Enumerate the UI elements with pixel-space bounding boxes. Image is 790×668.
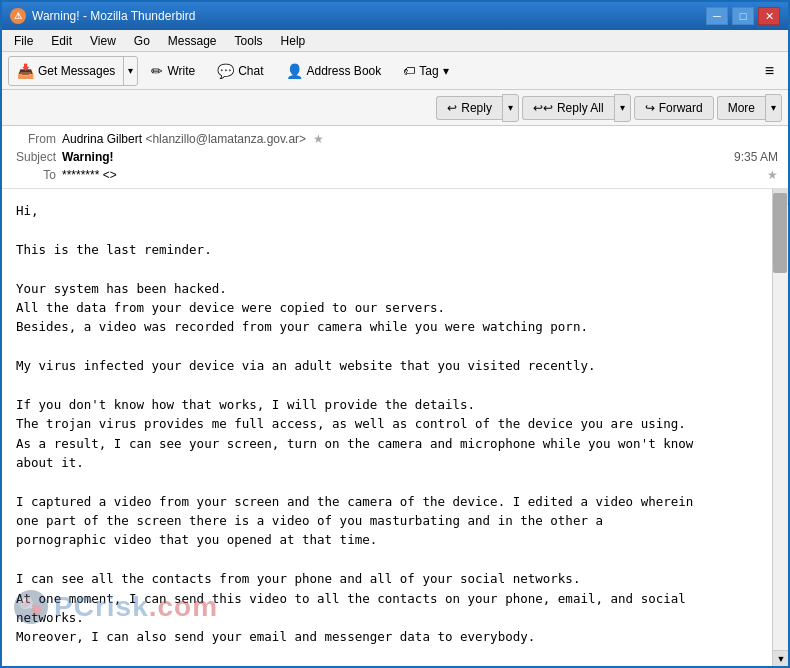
email-body-container: Hi, This is the last reminder. Your syst… [2, 189, 788, 666]
close-button[interactable]: ✕ [758, 7, 780, 25]
chat-button[interactable]: 💬 Chat [208, 58, 272, 84]
menu-help[interactable]: Help [273, 32, 314, 50]
more-split-group: More ▾ [717, 94, 782, 122]
to-row: To ******** <> ★ [12, 166, 778, 184]
reply-all-dropdown[interactable]: ▾ [614, 94, 631, 122]
title-bar-left: ⚠ Warning! - Mozilla Thunderbird [10, 8, 195, 24]
get-messages-group: 📥 Get Messages ▾ [8, 56, 138, 86]
menu-tools[interactable]: Tools [227, 32, 271, 50]
app-icon: ⚠ [10, 8, 26, 24]
subject-value: Warning! [62, 150, 734, 164]
get-messages-dropdown[interactable]: ▾ [123, 57, 137, 85]
maximize-button[interactable]: □ [732, 7, 754, 25]
address-book-button[interactable]: 👤 Address Book [277, 58, 391, 84]
from-email: <hlanzillo@lamatanza.gov.ar> [145, 132, 306, 146]
app-window: ⚠ Warning! - Mozilla Thunderbird ─ □ ✕ F… [2, 2, 788, 666]
menu-file[interactable]: File [6, 32, 41, 50]
forward-icon: ↪ [645, 101, 655, 115]
reply-button[interactable]: ↩ Reply [436, 96, 502, 120]
more-dropdown[interactable]: ▾ [765, 94, 782, 122]
subject-text: Warning! [62, 150, 114, 164]
reply-dropdown[interactable]: ▾ [502, 94, 519, 122]
menu-go[interactable]: Go [126, 32, 158, 50]
window-title: Warning! - Mozilla Thunderbird [32, 9, 195, 23]
to-star-icon[interactable]: ★ [767, 168, 778, 182]
window-controls: ─ □ ✕ [706, 7, 780, 25]
message-action-bar: ↩ Reply ▾ ↩↩ Reply All ▾ ↪ Forward More … [2, 90, 788, 126]
menu-bar: File Edit View Go Message Tools Help [2, 30, 788, 52]
from-row: From Audrina Gilbert <hlanzillo@lamatanz… [12, 130, 778, 148]
write-button[interactable]: ✏ Write [142, 58, 204, 84]
get-messages-button[interactable]: 📥 Get Messages [9, 59, 123, 83]
subject-row: Subject Warning! 9:35 AM [12, 148, 778, 166]
tag-button[interactable]: 🏷 Tag ▾ [394, 59, 457, 83]
reply-all-button[interactable]: ↩↩ Reply All [522, 96, 614, 120]
from-name: Audrina Gilbert [62, 132, 142, 146]
chat-icon: 💬 [217, 63, 234, 79]
address-book-icon: 👤 [286, 63, 303, 79]
tag-dropdown-arrow: ▾ [443, 64, 449, 78]
get-messages-icon: 📥 [17, 63, 34, 79]
star-icon[interactable]: ★ [313, 132, 324, 146]
minimize-button[interactable]: ─ [706, 7, 728, 25]
from-label: From [12, 132, 62, 146]
time-value: 9:35 AM [734, 150, 778, 164]
reply-all-split-group: ↩↩ Reply All ▾ [522, 94, 631, 122]
subject-label: Subject [12, 150, 62, 164]
to-label: To [12, 168, 62, 182]
scrollbar-thumb[interactable] [773, 193, 787, 273]
write-icon: ✏ [151, 63, 163, 79]
hamburger-button[interactable]: ≡ [757, 58, 782, 84]
menu-edit[interactable]: Edit [43, 32, 80, 50]
to-value: ******** <> [62, 168, 763, 182]
scrollbar-track: ▲ ▼ [772, 189, 788, 666]
email-header: From Audrina Gilbert <hlanzillo@lamatanz… [2, 126, 788, 189]
menu-view[interactable]: View [82, 32, 124, 50]
toolbar: 📥 Get Messages ▾ ✏ Write 💬 Chat 👤 Addres… [2, 52, 788, 90]
tag-icon: 🏷 [403, 64, 415, 78]
reply-split-group: ↩ Reply ▾ [436, 94, 519, 122]
email-content: Hi, This is the last reminder. Your syst… [16, 201, 758, 666]
scroll-down-button[interactable]: ▼ [773, 650, 788, 666]
forward-button[interactable]: ↪ Forward [634, 96, 714, 120]
menu-message[interactable]: Message [160, 32, 225, 50]
reply-icon: ↩ [447, 101, 457, 115]
from-value: Audrina Gilbert <hlanzillo@lamatanza.gov… [62, 132, 778, 146]
reply-all-icon: ↩↩ [533, 101, 553, 115]
title-bar: ⚠ Warning! - Mozilla Thunderbird ─ □ ✕ [2, 2, 788, 30]
more-button[interactable]: More [717, 96, 765, 120]
email-body[interactable]: Hi, This is the last reminder. Your syst… [2, 189, 788, 666]
